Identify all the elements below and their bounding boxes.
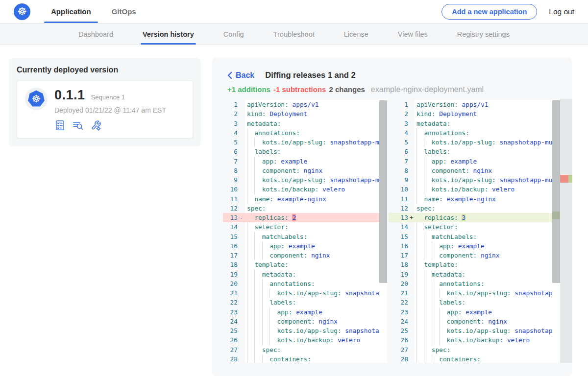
code-line: 4annotations: bbox=[389, 128, 552, 138]
vertical-scrollbar[interactable] bbox=[552, 99, 560, 363]
currently-deployed-panel: Currently deployed version ☸ 0.1.1 Seque… bbox=[9, 58, 201, 146]
subnav-item-config[interactable]: Config bbox=[223, 24, 244, 45]
code-line: 24component: nginx bbox=[223, 317, 379, 326]
code-line-content: app: example bbox=[415, 157, 552, 166]
scrollbar-thumb[interactable] bbox=[379, 100, 387, 283]
code-line-content: kots.io/app-slug: snapshotapp-mu bbox=[245, 175, 379, 185]
code-line-content: annotations: bbox=[415, 128, 552, 138]
app-icon-badge: ☸ bbox=[25, 88, 48, 110]
diff-marker bbox=[408, 194, 415, 204]
version-card: ☸ 0.1.1 Sequence 1 Deployed 01/21/22 @ 1… bbox=[17, 80, 193, 139]
line-number: 5 bbox=[223, 138, 238, 147]
code-line: 1apiVersion: apps/v1 bbox=[223, 100, 379, 109]
sequence-label: Sequence 1 bbox=[91, 94, 125, 101]
code-line-content: matchLabels: bbox=[245, 232, 379, 241]
diff-marker bbox=[238, 326, 245, 335]
top-nav: ☸ ApplicationGitOps Add a new applicatio… bbox=[0, 0, 588, 24]
top-nav-actions: Add a new application Log out bbox=[441, 4, 574, 20]
code-line: 10kots.io/backup: velero bbox=[223, 185, 379, 194]
line-number: 18 bbox=[223, 260, 238, 269]
tab-gitops[interactable]: GitOps bbox=[110, 0, 138, 23]
diff-marker bbox=[408, 270, 415, 279]
code-line-content: kots.io/backup: velero bbox=[245, 185, 379, 194]
diff-marker bbox=[238, 317, 245, 326]
diff-marker bbox=[408, 185, 415, 194]
code-line: 12spec: bbox=[223, 204, 379, 213]
diff-marker bbox=[408, 157, 415, 166]
diff-pane-original[interactable]: 1apiVersion: apps/v12kind: Deployment3me… bbox=[223, 99, 387, 363]
logout-link[interactable]: Log out bbox=[549, 7, 574, 16]
diff-header: Back Diffing releases 1 and 2 bbox=[227, 70, 564, 80]
diff-pane-modified[interactable]: 1apiVersion: apps/v12kind: Deployment3me… bbox=[389, 99, 572, 363]
diff-marker bbox=[408, 317, 415, 326]
code-line-content: metadata: bbox=[245, 119, 379, 128]
code-line-content: labels: bbox=[245, 147, 379, 156]
line-number: 17 bbox=[389, 251, 408, 260]
main-content: Currently deployed version ☸ 0.1.1 Seque… bbox=[0, 45, 588, 376]
subnav-item-view-files[interactable]: View files bbox=[398, 24, 428, 45]
code-line-content: apiVersion: apps/v1 bbox=[245, 100, 379, 109]
code-line-content: kots.io/app-slug: snapshotap bbox=[245, 326, 379, 335]
primary-tabs: ApplicationGitOps bbox=[49, 0, 155, 23]
code-line-content: kots.io/app-slug: snapshotap bbox=[245, 288, 379, 298]
code-line: 3metadata: bbox=[223, 119, 379, 128]
line-number: 21 bbox=[389, 288, 408, 298]
code-line: 14selector: bbox=[389, 222, 552, 232]
line-number: 19 bbox=[389, 270, 408, 279]
diff-marker bbox=[408, 251, 415, 260]
diff-marker bbox=[408, 204, 415, 213]
subnav-item-version-history[interactable]: Version history bbox=[143, 24, 194, 45]
line-number: 24 bbox=[223, 317, 238, 326]
diff-marker bbox=[238, 119, 245, 128]
diff-marker bbox=[238, 288, 245, 298]
diff-marker bbox=[238, 241, 245, 251]
diff-marker bbox=[408, 147, 415, 156]
edit-config-icon[interactable] bbox=[90, 119, 101, 131]
code-line-content: labels: bbox=[245, 298, 379, 307]
version-details: 0.1.1 Sequence 1 Deployed 01/21/22 @ 11:… bbox=[54, 88, 166, 131]
add-application-button[interactable]: Add a new application bbox=[441, 4, 537, 20]
diff-card: Back Diffing releases 1 and 2 +1 additio… bbox=[212, 58, 572, 376]
code-line-content: selector: bbox=[415, 222, 552, 232]
code-line: 20annotations: bbox=[389, 279, 552, 288]
line-number: 24 bbox=[389, 317, 408, 326]
diff-marker bbox=[408, 119, 415, 128]
diff-marker bbox=[408, 109, 415, 118]
scrollbar-thumb[interactable] bbox=[552, 100, 560, 283]
diff-marker bbox=[408, 222, 415, 232]
subnav-item-registry-settings[interactable]: Registry settings bbox=[457, 24, 510, 45]
code-line: 4annotations: bbox=[223, 128, 379, 138]
code-line: 13+replicas: 3 bbox=[389, 213, 552, 222]
subnav-item-troubleshoot[interactable]: Troubleshoot bbox=[273, 24, 315, 45]
code-line: 22labels: bbox=[389, 298, 552, 307]
line-number: 3 bbox=[389, 119, 408, 128]
diff-mark-removed bbox=[560, 175, 568, 183]
back-link[interactable]: Back bbox=[227, 71, 254, 80]
subnav-item-license[interactable]: License bbox=[344, 24, 368, 45]
line-number: 21 bbox=[223, 288, 238, 298]
code-column[interactable]: 1apiVersion: apps/v12kind: Deployment3me… bbox=[223, 99, 379, 363]
diff-marker bbox=[238, 232, 245, 241]
kubernetes-logo[interactable]: ☸ bbox=[14, 3, 30, 20]
code-line: 27spec: bbox=[389, 345, 552, 354]
diff-stats: +1 additions -1 subtractions 2 changes e… bbox=[227, 85, 564, 94]
code-line: 15matchLabels: bbox=[223, 232, 379, 241]
vertical-scrollbar[interactable] bbox=[379, 99, 387, 363]
line-number: 10 bbox=[223, 185, 238, 194]
code-line: 19metadata: bbox=[223, 270, 379, 279]
code-column[interactable]: 1apiVersion: apps/v12kind: Deployment3me… bbox=[389, 99, 552, 363]
subnav-item-dashboard[interactable]: Dashboard bbox=[78, 24, 113, 45]
code-line-content: app: example bbox=[245, 307, 379, 317]
view-files-icon[interactable] bbox=[72, 119, 84, 131]
release-notes-icon[interactable] bbox=[54, 119, 66, 131]
code-line: 10kots.io/backup: velero bbox=[389, 185, 552, 194]
line-number: 3 bbox=[223, 119, 238, 128]
code-line: 25kots.io/app-slug: snapshotap bbox=[389, 326, 552, 335]
diff-marker bbox=[408, 345, 415, 354]
diff-marker: - bbox=[238, 213, 245, 222]
diff-marker bbox=[238, 260, 245, 269]
tab-application[interactable]: Application bbox=[49, 0, 93, 23]
overview-ruler bbox=[560, 99, 572, 363]
diff-marker bbox=[408, 100, 415, 109]
line-number: 5 bbox=[389, 138, 408, 147]
